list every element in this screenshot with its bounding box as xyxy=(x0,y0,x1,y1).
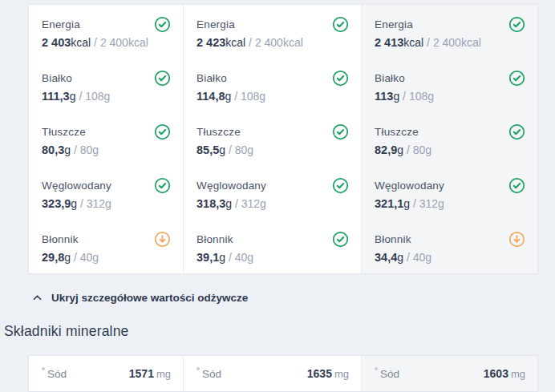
nutrient-row-fiber: Błonnik 34,4g / 40g xyxy=(375,230,525,274)
nutrient-label: Tłuszcze xyxy=(42,126,86,138)
nutrient-value: 114,8g / 108g xyxy=(196,88,349,105)
nutrient-label: Tłuszcze xyxy=(196,126,241,138)
mineral-row-sodium: Sód 1635mg xyxy=(183,356,361,391)
nutrient-value: 318,3g / 312g xyxy=(196,196,349,212)
legend-dot-icon xyxy=(42,367,45,370)
nutrient-row-fat: Tłuszcze 80,3g / 80g xyxy=(42,123,171,176)
check-circle-icon xyxy=(332,231,349,248)
nutrient-label: Tłuszcze xyxy=(375,126,419,138)
nutrient-value: 34,4g / 40g xyxy=(375,249,525,266)
nutrient-row-fiber: Błonnik 39,1g / 40g xyxy=(196,230,349,274)
minerals-section-heading: Składniki mineralne xyxy=(4,323,129,340)
day-column-1: Energia 2 403kcal / 2 400kcal Białko 111… xyxy=(29,5,183,273)
nutrient-label: Węglowodany xyxy=(196,180,266,192)
check-circle-icon xyxy=(332,177,349,194)
legend-dot-icon xyxy=(375,367,378,370)
nutrient-label: Węglowodany xyxy=(375,180,444,192)
day-column-2: Energia 2 423kcal / 2 400kcal Białko 114… xyxy=(183,5,361,273)
nutrient-value: 2 413kcal / 2 400kcal xyxy=(375,34,525,51)
nutrient-label: Błonnik xyxy=(375,233,411,245)
nutrient-value: 323,9g / 312g xyxy=(42,196,171,212)
arrow-down-circle-icon xyxy=(508,231,525,248)
check-circle-icon xyxy=(154,16,171,33)
nutrient-row-energy: Energia 2 403kcal / 2 400kcal xyxy=(42,15,171,69)
minerals-table: Sód 1571mg Sód 1635mg Sód 1603mg xyxy=(28,355,538,392)
nutrient-value: 80,3g / 80g xyxy=(42,142,171,159)
nutrient-value: 2 423kcal / 2 400kcal xyxy=(196,34,349,51)
nutrient-value: 39,1g / 40g xyxy=(196,249,349,266)
mineral-label: Sód xyxy=(375,367,399,380)
check-circle-icon xyxy=(508,70,525,87)
hide-details-label: Ukryj szczegółowe wartości odżywcze xyxy=(51,292,248,304)
nutrient-row-carbs: Węglowodany 318,3g / 312g xyxy=(196,176,349,230)
nutrient-row-fat: Tłuszcze 85,5g / 80g xyxy=(196,123,349,176)
nutrient-row-protein: Białko 113g / 108g xyxy=(375,69,525,123)
check-circle-icon xyxy=(508,177,525,194)
mineral-value: 1571mg xyxy=(129,366,171,381)
check-circle-icon xyxy=(154,123,171,140)
nutrient-row-energy: Energia 2 413kcal / 2 400kcal xyxy=(375,15,525,69)
nutrient-label: Energia xyxy=(375,18,413,30)
check-circle-icon xyxy=(332,123,349,140)
mineral-value: 1635mg xyxy=(307,366,349,381)
nutrient-value: 111,3g / 108g xyxy=(42,88,171,105)
check-circle-icon xyxy=(154,177,171,194)
nutrient-value: 85,5g / 80g xyxy=(196,142,349,159)
arrow-down-circle-icon xyxy=(154,231,171,248)
nutrient-row-protein: Białko 111,3g / 108g xyxy=(42,69,171,123)
chevron-up-icon xyxy=(32,293,43,303)
nutrient-row-carbs: Węglowodany 323,9g / 312g xyxy=(42,176,171,230)
check-circle-icon xyxy=(508,16,525,33)
mineral-row-sodium: Sód 1603mg xyxy=(361,356,537,391)
nutrient-value: 2 403kcal / 2 400kcal xyxy=(42,34,171,51)
nutrient-label: Białko xyxy=(196,72,227,84)
mineral-label: Sód xyxy=(196,367,221,380)
mineral-value: 1603mg xyxy=(484,366,525,381)
nutrient-label: Energia xyxy=(42,18,80,30)
nutrient-label: Błonnik xyxy=(42,233,79,245)
mineral-label: Sód xyxy=(42,367,67,380)
check-circle-icon xyxy=(332,16,349,33)
nutrient-label: Energia xyxy=(196,18,235,30)
nutrient-row-protein: Białko 114,8g / 108g xyxy=(196,69,349,123)
legend-dot-icon xyxy=(196,367,200,370)
nutrient-row-energy: Energia 2 423kcal / 2 400kcal xyxy=(196,15,349,69)
nutrient-row-fat: Tłuszcze 82,9g / 80g xyxy=(375,123,525,176)
hide-details-toggle[interactable]: Ukryj szczegółowe wartości odżywcze xyxy=(32,292,248,304)
nutrient-row-fiber: Błonnik 29,8g / 40g xyxy=(42,230,171,274)
nutrition-summary-panel: Energia 2 403kcal / 2 400kcal Białko 111… xyxy=(28,4,538,274)
nutrient-value: 29,8g / 40g xyxy=(42,249,171,266)
nutrient-row-carbs: Węglowodany 321,1g / 312g xyxy=(375,176,525,230)
check-circle-icon xyxy=(154,70,171,87)
nutrient-label: Węglowodany xyxy=(42,180,111,192)
nutrient-value: 82,9g / 80g xyxy=(375,142,525,159)
nutrient-label: Błonnik xyxy=(196,233,233,245)
nutrient-value: 113g / 108g xyxy=(375,88,525,105)
nutrient-label: Białko xyxy=(375,72,405,84)
nutrient-value: 321,1g / 312g xyxy=(375,196,525,212)
mineral-row-sodium: Sód 1571mg xyxy=(29,356,183,391)
nutrient-label: Białko xyxy=(42,72,72,84)
check-circle-icon xyxy=(332,70,349,87)
day-column-3: Energia 2 413kcal / 2 400kcal Białko 113… xyxy=(361,5,537,273)
check-circle-icon xyxy=(508,123,525,140)
